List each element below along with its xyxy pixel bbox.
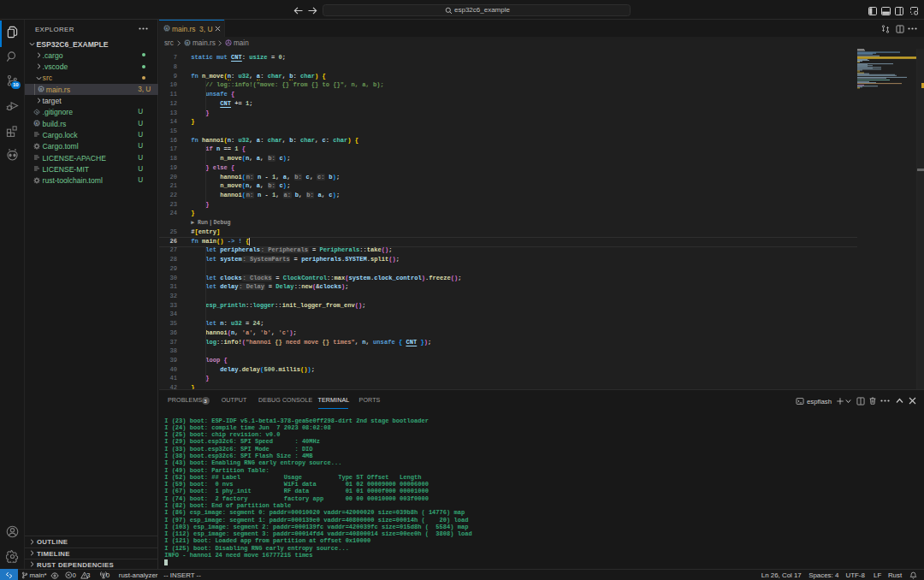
svg-text:R: R	[165, 27, 168, 31]
svg-text:R: R	[186, 41, 188, 45]
svg-text:R: R	[39, 87, 42, 92]
svg-text:R: R	[36, 121, 38, 126]
